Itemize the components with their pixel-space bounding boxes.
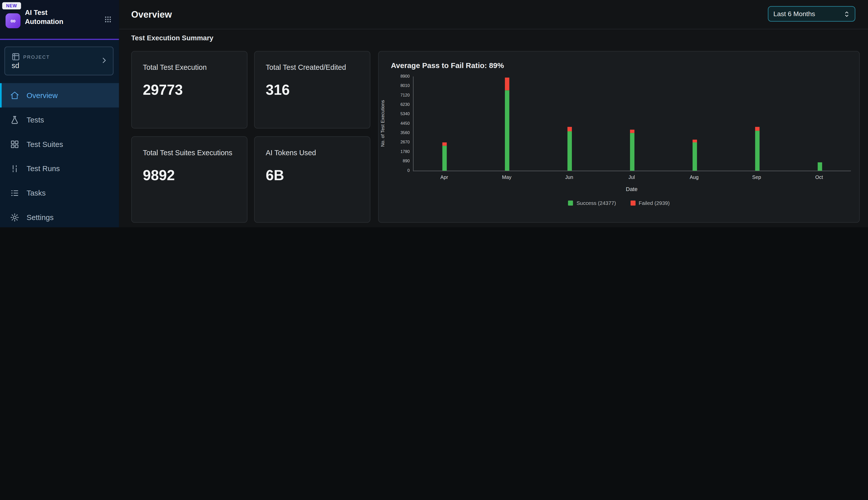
project-value: sd [12, 61, 19, 70]
bar-failed [755, 127, 760, 131]
chevron-up-down-icon [844, 10, 850, 18]
sidebar-header: NEW ∞ AI Test Automation [0, 0, 119, 40]
x-tick-label: Sep [752, 175, 761, 180]
chart-xticks: AprMayJunJulAugSepOct [413, 175, 851, 182]
project-selector[interactable]: PROJECT sd [4, 47, 114, 75]
stat-card-total-suite-executions: Total Test Suites Executions 9892 [131, 136, 247, 223]
chart-y-axis-label: No. of Test Executions [380, 76, 388, 171]
runs-icon [10, 164, 20, 173]
sidebar-item-settings[interactable]: Settings [0, 205, 119, 227]
project-icon [11, 52, 20, 61]
stat-value: 9892 [132, 158, 247, 184]
home-icon [10, 90, 20, 100]
app-window: NEW ∞ AI Test Automation PROJECT sd [0, 0, 868, 227]
page-header: Overview Last 6 Months [119, 0, 868, 30]
gear-icon [10, 213, 20, 222]
bar-failed [630, 129, 635, 133]
stat-label: Total Test Suites Executions [132, 137, 247, 158]
x-tick-label: Jul [629, 175, 635, 180]
x-tick-label: May [502, 175, 512, 180]
stat-value: 6B [255, 158, 370, 184]
bar-success [505, 90, 510, 171]
chart-legend: Success (24377)Failed (2939) [379, 200, 859, 206]
chart-x-axis-label: Date [413, 186, 851, 192]
legend-item: Failed (2939) [630, 200, 670, 206]
bar-success [755, 131, 760, 171]
app-title: AI Test Automation [25, 8, 63, 26]
chart-plot [413, 76, 851, 171]
tasks-icon [10, 188, 20, 197]
bar-success [443, 146, 447, 171]
x-tick-label: Apr [441, 175, 448, 180]
project-label: PROJECT [11, 52, 50, 61]
grid-icon [10, 139, 20, 149]
chart-yticks: 0890178026703560445053406230712080108900 [389, 76, 410, 171]
bar-success [567, 132, 572, 171]
date-range-value: Last 6 Months [773, 10, 815, 18]
sidebar-nav: Overview Tests Test Suites Test Runs Tas… [0, 83, 119, 227]
bar-success [817, 162, 822, 171]
stat-value: 316 [255, 72, 370, 98]
new-badge: NEW [2, 2, 21, 10]
sidebar-item-tests[interactable]: Tests [0, 107, 119, 132]
date-range-select[interactable]: Last 6 Months [768, 6, 855, 22]
sidebar-item-test-suites[interactable]: Test Suites [0, 132, 119, 156]
stat-label: AI Tokens Used [255, 137, 370, 158]
main-content: Overview Last 6 Months Test Execution Su… [119, 0, 868, 227]
sidebar: NEW ∞ AI Test Automation PROJECT sd [0, 0, 119, 227]
bar-success [692, 143, 697, 171]
bar-failed [692, 140, 697, 143]
bar-failed [505, 78, 510, 90]
apps-grid-icon[interactable] [104, 16, 112, 23]
stat-value: 29773 [132, 72, 247, 98]
app-logo-icon: ∞ [5, 13, 20, 28]
sidebar-item-test-runs[interactable]: Test Runs [0, 156, 119, 181]
sidebar-item-overview[interactable]: Overview [0, 83, 119, 107]
stat-card-total-test-execution: Total Test Execution 29773 [131, 51, 247, 128]
x-tick-label: Oct [815, 175, 823, 180]
bar-success [630, 133, 635, 171]
sidebar-item-tasks[interactable]: Tasks [0, 181, 119, 205]
stat-card-total-test-created: Total Test Created/Edited 316 [254, 51, 371, 128]
x-tick-label: Aug [690, 175, 699, 180]
bar-failed [567, 127, 572, 132]
section-title: Test Execution Summary [131, 34, 213, 42]
flask-icon [10, 115, 20, 124]
chart-title: Average Pass to Fail Ratio: 89% [391, 61, 504, 70]
bar-failed [443, 143, 447, 146]
legend-item: Success (24377) [568, 200, 616, 206]
stat-label: Total Test Execution [132, 52, 247, 72]
pass-fail-chart-card: Average Pass to Fail Ratio: 89% No. of T… [378, 51, 860, 223]
page-title: Overview [131, 0, 172, 29]
stat-label: Total Test Created/Edited [255, 52, 370, 72]
chevron-right-icon [100, 56, 108, 64]
x-tick-label: Jun [565, 175, 573, 180]
stat-card-ai-tokens: AI Tokens Used 6B [254, 136, 371, 223]
